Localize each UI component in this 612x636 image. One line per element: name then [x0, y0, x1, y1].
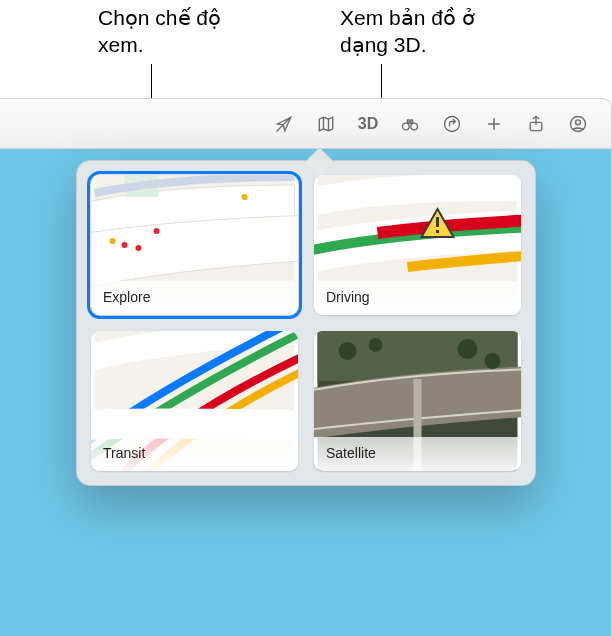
map-mode-popover: Explore Driving	[76, 160, 536, 486]
svg-rect-16	[436, 217, 439, 227]
map-mode-label: Explore	[91, 281, 298, 315]
callout-view-3d: Xem bản đồ ở dạng 3D.	[340, 4, 520, 59]
callout-choose-view: Chọn chế độ xem.	[98, 4, 258, 59]
svg-point-10	[122, 242, 128, 248]
svg-point-24	[485, 353, 501, 369]
directions-icon[interactable]	[433, 109, 471, 139]
svg-point-23	[458, 339, 478, 359]
svg-point-3	[445, 116, 460, 131]
svg-point-12	[154, 228, 160, 234]
svg-point-13	[242, 194, 248, 200]
map-mode-icon[interactable]	[307, 109, 345, 139]
map-mode-driving[interactable]: Driving	[314, 175, 521, 315]
map-mode-label: Satellite	[314, 437, 521, 471]
svg-point-22	[369, 338, 383, 352]
svg-point-2	[411, 123, 418, 130]
map-mode-explore[interactable]: Explore	[91, 175, 298, 315]
map-mode-satellite[interactable]: Satellite	[314, 331, 521, 471]
svg-point-21	[339, 342, 357, 360]
svg-point-6	[576, 119, 581, 124]
toolbar: 3D	[0, 99, 611, 149]
share-icon[interactable]	[517, 109, 555, 139]
svg-point-11	[136, 245, 142, 251]
plus-icon[interactable]	[475, 109, 513, 139]
svg-point-9	[110, 238, 116, 244]
view-3d-button[interactable]: 3D	[349, 109, 387, 139]
map-mode-transit[interactable]: Transit	[91, 331, 298, 471]
map-mode-label: Transit	[91, 437, 298, 471]
location-arrow-icon[interactable]	[265, 109, 303, 139]
svg-point-1	[403, 123, 410, 130]
account-icon[interactable]	[559, 109, 597, 139]
binoculars-icon[interactable]	[391, 109, 429, 139]
map-mode-label: Driving	[314, 281, 521, 315]
svg-rect-17	[436, 230, 439, 233]
